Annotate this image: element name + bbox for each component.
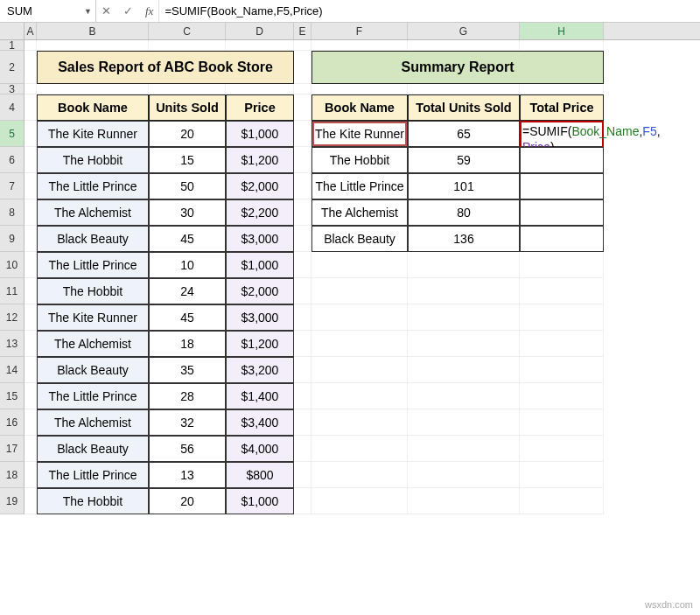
- table-row[interactable]: 56: [149, 436, 226, 462]
- cell[interactable]: [294, 383, 312, 409]
- table-row[interactable]: $1,000: [226, 488, 294, 514]
- right-header-book[interactable]: Book Name: [312, 94, 408, 121]
- summary-row[interactable]: [408, 252, 520, 278]
- left-title[interactable]: Sales Report of ABC Book Store: [37, 51, 294, 84]
- summary-row[interactable]: [312, 331, 408, 357]
- table-row[interactable]: $3,000: [226, 226, 294, 252]
- table-row[interactable]: 50: [149, 173, 226, 199]
- summary-row[interactable]: The Little Prince: [312, 173, 408, 199]
- table-row[interactable]: $1,200: [226, 147, 294, 173]
- summary-row[interactable]: [312, 252, 408, 278]
- summary-row[interactable]: [520, 226, 604, 252]
- row-header-14[interactable]: 14: [0, 357, 24, 383]
- summary-row[interactable]: [408, 278, 520, 304]
- table-row[interactable]: 20: [149, 121, 226, 147]
- col-header-H[interactable]: H: [520, 23, 604, 39]
- col-header-B[interactable]: B: [37, 23, 149, 39]
- cell[interactable]: [24, 121, 37, 147]
- cell[interactable]: [149, 84, 226, 94]
- table-row[interactable]: 18: [149, 331, 226, 357]
- cell[interactable]: [24, 383, 37, 409]
- table-row[interactable]: The Hobbit: [37, 488, 149, 514]
- summary-row[interactable]: [520, 304, 604, 331]
- summary-row[interactable]: [520, 383, 604, 409]
- col-header-C[interactable]: C: [149, 23, 226, 39]
- cell[interactable]: [294, 94, 312, 121]
- summary-row[interactable]: [520, 278, 604, 304]
- right-header-price[interactable]: Total Price: [520, 94, 604, 121]
- fx-icon[interactable]: fx: [145, 4, 153, 18]
- cell[interactable]: [226, 84, 294, 94]
- table-row[interactable]: The Alchemist: [37, 331, 149, 357]
- cell[interactable]: [312, 84, 408, 94]
- cell[interactable]: [24, 226, 37, 252]
- table-row[interactable]: The Little Prince: [37, 383, 149, 409]
- cell[interactable]: [226, 40, 294, 51]
- cell[interactable]: [24, 462, 37, 488]
- table-row[interactable]: The Little Prince: [37, 252, 149, 278]
- summary-row[interactable]: 80: [408, 199, 520, 226]
- cell[interactable]: [24, 51, 37, 84]
- cell[interactable]: [37, 84, 149, 94]
- cell[interactable]: [294, 199, 312, 226]
- select-all-corner[interactable]: [0, 23, 24, 39]
- col-header-D[interactable]: D: [226, 23, 294, 39]
- cell[interactable]: [294, 331, 312, 357]
- table-row[interactable]: 45: [149, 226, 226, 252]
- summary-row[interactable]: [520, 147, 604, 173]
- row-header-17[interactable]: 17: [0, 436, 24, 462]
- cell[interactable]: [24, 488, 37, 514]
- table-row[interactable]: $3,000: [226, 304, 294, 331]
- row-header-9[interactable]: 9: [0, 226, 24, 252]
- table-row[interactable]: The Alchemist: [37, 409, 149, 436]
- summary-row[interactable]: [520, 199, 604, 226]
- table-row[interactable]: $1,000: [226, 121, 294, 147]
- summary-row[interactable]: [408, 357, 520, 383]
- table-row[interactable]: $4,000: [226, 436, 294, 462]
- row-header-3[interactable]: 3: [0, 84, 24, 94]
- summary-row[interactable]: [312, 409, 408, 436]
- row-header-15[interactable]: 15: [0, 383, 24, 409]
- cell[interactable]: [294, 84, 312, 94]
- table-row[interactable]: 28: [149, 383, 226, 409]
- col-header-A[interactable]: A: [24, 23, 37, 39]
- cell[interactable]: [520, 84, 604, 94]
- summary-row[interactable]: [408, 409, 520, 436]
- left-header-units[interactable]: Units Sold: [149, 94, 226, 121]
- row-header-10[interactable]: 10: [0, 252, 24, 278]
- summary-row[interactable]: [312, 278, 408, 304]
- formula-input[interactable]: =SUMIF(Book_Name,F5,Price): [158, 0, 700, 22]
- row-header-19[interactable]: 19: [0, 488, 24, 514]
- summary-row[interactable]: [312, 357, 408, 383]
- row-header-5[interactable]: 5: [0, 121, 24, 147]
- table-row[interactable]: $800: [226, 462, 294, 488]
- summary-row[interactable]: The Kite Runner: [312, 121, 408, 147]
- cell[interactable]: [294, 173, 312, 199]
- summary-row[interactable]: [520, 409, 604, 436]
- table-row[interactable]: $2,000: [226, 173, 294, 199]
- cell[interactable]: [408, 40, 520, 51]
- table-row[interactable]: 45: [149, 304, 226, 331]
- cell[interactable]: [24, 84, 37, 94]
- summary-row[interactable]: [520, 357, 604, 383]
- table-row[interactable]: The Little Prince: [37, 173, 149, 199]
- col-header-F[interactable]: F: [312, 23, 408, 39]
- right-header-units[interactable]: Total Units Sold: [408, 94, 520, 121]
- table-row[interactable]: Black Beauty: [37, 436, 149, 462]
- cell[interactable]: [37, 40, 149, 51]
- cell[interactable]: [294, 304, 312, 331]
- table-row[interactable]: 13: [149, 462, 226, 488]
- left-header-price[interactable]: Price: [226, 94, 294, 121]
- cell[interactable]: [24, 436, 37, 462]
- summary-row[interactable]: [520, 462, 604, 488]
- summary-row[interactable]: [408, 304, 520, 331]
- row-header-13[interactable]: 13: [0, 331, 24, 357]
- cell[interactable]: [24, 94, 37, 121]
- cell[interactable]: [294, 51, 312, 84]
- cell[interactable]: [312, 40, 408, 51]
- table-row[interactable]: The Little Prince: [37, 462, 149, 488]
- cell[interactable]: [24, 409, 37, 436]
- summary-row[interactable]: [408, 488, 520, 514]
- cell[interactable]: [294, 121, 312, 147]
- chevron-down-icon[interactable]: ▼: [84, 7, 92, 16]
